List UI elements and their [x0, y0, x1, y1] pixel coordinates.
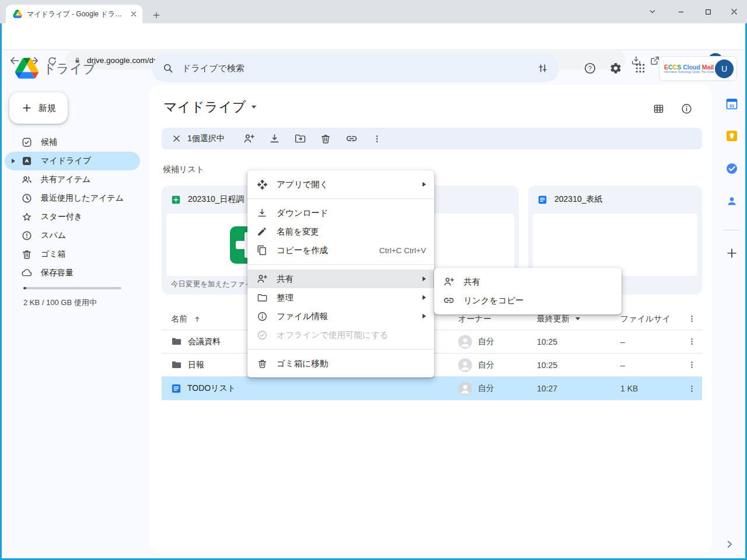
- copy-link-icon[interactable]: [343, 130, 360, 148]
- sidebar-item-spam[interactable]: スパム: [5, 226, 140, 245]
- file-size: –: [620, 360, 625, 370]
- modified-time: 10:25: [537, 360, 557, 370]
- sidebar-item-label: スター付き: [41, 212, 82, 222]
- add-addon-plus-icon[interactable]: [724, 246, 739, 261]
- page-title-row[interactable]: マイドライブ: [163, 98, 256, 116]
- tasks-icon[interactable]: [724, 161, 739, 176]
- more-actions-kebab-icon[interactable]: [368, 130, 386, 148]
- window-maximize-button[interactable]: [699, 5, 717, 19]
- menu-divider: [247, 198, 434, 199]
- menu-item-rename[interactable]: 名前を変更: [247, 222, 434, 241]
- owner-name: 自分: [478, 337, 494, 347]
- menu-item-make-copy[interactable]: コピーを作成 Ctrl+C Ctrl+V: [247, 241, 434, 260]
- contacts-icon[interactable]: [724, 194, 739, 209]
- info-icon: [256, 310, 268, 323]
- search-icon[interactable]: [162, 62, 174, 74]
- app-name: ドライブ: [43, 60, 96, 78]
- sidebar-nav: 候補 マイドライブ 共有アイテム 最近使用したアイテム スター付き: [0, 133, 149, 282]
- column-name[interactable]: 名前: [171, 308, 201, 330]
- browser-tab[interactable]: マイドライブ - Google ドライブ: [6, 5, 142, 23]
- person-add-icon: [256, 272, 268, 285]
- submenu-item-share[interactable]: 共有: [434, 272, 622, 291]
- settings-gear-icon[interactable]: [608, 60, 624, 76]
- new-button-label: 新規: [39, 103, 56, 114]
- eccs-letter: E: [664, 64, 668, 71]
- side-panel-divider: [723, 230, 739, 230]
- sidebar-item-suggested[interactable]: 候補: [5, 133, 140, 152]
- window-close-button[interactable]: [725, 5, 743, 19]
- tab-close-icon[interactable]: [130, 10, 138, 18]
- menu-item-share[interactable]: 共有: [247, 270, 434, 288]
- details-info-icon[interactable]: [678, 100, 694, 117]
- cloud-icon: [21, 267, 33, 279]
- sort-descending-caret-icon: [575, 317, 580, 320]
- owner-name: 自分: [478, 383, 494, 394]
- search-input[interactable]: ドライブで検索: [182, 63, 529, 74]
- download-icon[interactable]: [266, 130, 283, 148]
- file-name: 日報: [188, 360, 204, 370]
- menu-item-download[interactable]: ダウンロード: [247, 204, 434, 222]
- account-avatar[interactable]: U: [715, 60, 734, 78]
- row-kebab-icon[interactable]: [683, 377, 700, 400]
- sidebar-item-starred[interactable]: スター付き: [5, 208, 140, 226]
- check-square-icon: [21, 136, 33, 148]
- submenu-arrow-icon: [423, 295, 426, 300]
- storage-usage-text: 2 KB / 100 GB 使用中: [23, 298, 97, 308]
- calendar-icon[interactable]: 31: [724, 96, 739, 111]
- share-person-add-icon[interactable]: [240, 130, 257, 148]
- row-kebab-icon[interactable]: [683, 330, 700, 353]
- my-drive-icon: [21, 155, 33, 167]
- column-settings-kebab-icon[interactable]: [683, 308, 700, 330]
- expand-caret-icon[interactable]: [12, 159, 15, 163]
- move-folder-icon[interactable]: [291, 130, 309, 148]
- window-minimize-button[interactable]: [672, 5, 690, 19]
- card-title: 202310_日程調: [188, 194, 245, 205]
- google-apps-grid-icon[interactable]: [632, 60, 648, 76]
- sidebar-item-label: ゴミ箱: [41, 249, 66, 260]
- selection-toolbar: 1個選択中: [162, 128, 702, 149]
- new-button[interactable]: 新規: [9, 92, 68, 124]
- help-icon[interactable]: ?: [582, 60, 598, 76]
- menu-item-move-to-trash[interactable]: ゴミ箱に移動: [247, 354, 434, 373]
- sidebar-item-storage[interactable]: 保存容量: [5, 264, 140, 282]
- eccs-subtitle: Information Technology Center, The Unive…: [664, 71, 714, 74]
- hide-side-panel-chevron-icon[interactable]: [722, 537, 737, 552]
- file-size: 1 KB: [620, 384, 638, 393]
- link-icon: [442, 294, 455, 307]
- menu-item-open-with[interactable]: アプリで開く: [247, 175, 434, 194]
- menu-divider: [247, 349, 434, 349]
- chevron-down-icon[interactable]: [252, 106, 256, 108]
- drive-logo[interactable]: [15, 58, 39, 79]
- eccs-logo: ECCS Cloud Mail Information Technology C…: [664, 64, 714, 74]
- sidebar-item-label: 最近使用したアイテム: [41, 193, 124, 204]
- file-size: –: [620, 337, 625, 346]
- row-kebab-icon[interactable]: [683, 354, 700, 376]
- sidebar-item-label: スパム: [41, 230, 66, 241]
- owner-avatar: [458, 335, 472, 349]
- menu-item-file-info[interactable]: ファイル情報: [247, 307, 434, 326]
- sidebar-item-trash[interactable]: ゴミ箱: [5, 245, 140, 264]
- svg-text:31: 31: [729, 103, 734, 108]
- sidebar-item-my-drive[interactable]: マイドライブ: [5, 152, 140, 170]
- eccs-word-mail: Mail: [700, 64, 714, 71]
- table-row-selected[interactable]: TODOリスト 自分 10:27 1 KB: [162, 377, 702, 400]
- sidebar-item-recent[interactable]: 最近使用したアイテム: [5, 189, 140, 208]
- account-badge[interactable]: ECCS Cloud Mail Information Technology C…: [659, 56, 737, 81]
- tab-search-chevron-icon[interactable]: [644, 5, 661, 19]
- search-bar[interactable]: ドライブで検索: [152, 54, 559, 82]
- submenu-arrow-icon: [423, 182, 426, 187]
- submenu-item-copy-link[interactable]: リンクをコピー: [434, 291, 622, 310]
- plus-icon: [21, 102, 33, 114]
- sidebar-item-label: 保存容量: [41, 268, 74, 278]
- sidebar-item-shared[interactable]: 共有アイテム: [5, 170, 140, 189]
- trash-icon[interactable]: [317, 130, 334, 148]
- column-size[interactable]: ファイルサイ: [620, 308, 671, 330]
- clear-selection-icon[interactable]: [167, 130, 185, 148]
- browser-toolbar: drive.google.com/drive/my-drive U: [0, 23, 747, 50]
- menu-item-organize[interactable]: 整理: [247, 288, 434, 307]
- new-tab-button[interactable]: [148, 7, 165, 23]
- search-options-tune-icon[interactable]: [537, 62, 549, 74]
- keep-icon[interactable]: [724, 128, 739, 144]
- grid-view-icon[interactable]: [650, 100, 666, 117]
- owner-name: 自分: [478, 360, 494, 370]
